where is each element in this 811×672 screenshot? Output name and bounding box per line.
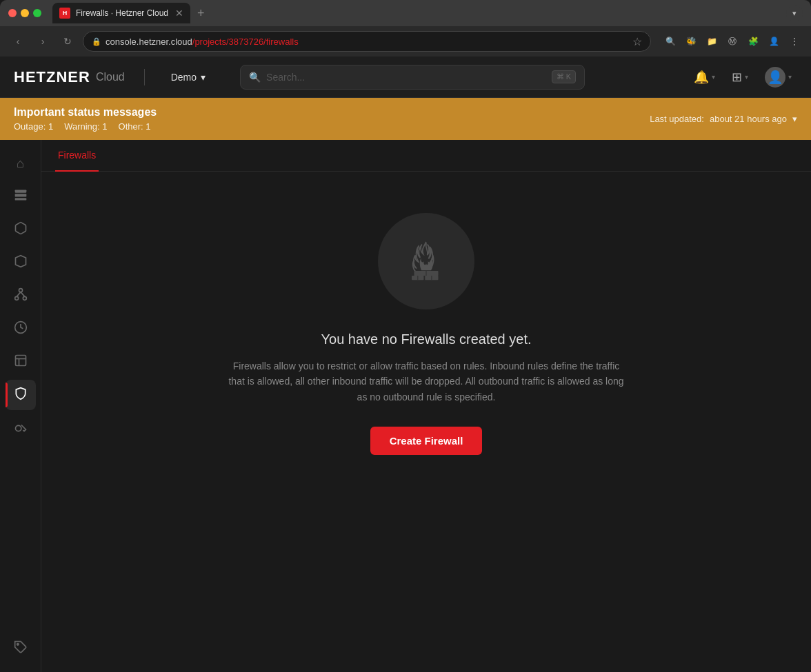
tab-navigation: Firewalls <box>41 140 811 172</box>
back-button[interactable]: ‹ <box>8 32 28 51</box>
logo-divider <box>144 69 145 85</box>
user-avatar: 👤 <box>765 67 785 88</box>
sidebar-item-tags[interactable] <box>6 633 36 664</box>
status-bar-left: Important status messages Outage: 1 Warn… <box>14 106 157 132</box>
warning-label: Warning: <box>64 121 100 132</box>
status-bar-right: Last updated: about 21 hours ago ▾ <box>650 114 797 124</box>
project-name: Demo <box>171 72 197 83</box>
sidebar-item-dns[interactable] <box>6 347 36 377</box>
project-chevron-icon: ▾ <box>201 72 206 83</box>
tab-firewalls-label: Firewalls <box>58 150 96 161</box>
outage-count: 1 <box>48 121 53 132</box>
extension-icon-2[interactable]: 🐝 <box>683 33 699 50</box>
header-actions: 🔔 ▾ ⊞ ▾ 👤 ▾ <box>688 63 797 92</box>
tab-firewalls[interactable]: Firewalls <box>55 140 99 172</box>
apps-chevron-icon: ▾ <box>745 73 748 81</box>
search-shortcut-text: ⌘ K <box>557 72 571 81</box>
extension-icon-4[interactable]: Ⓜ <box>724 33 741 50</box>
server-icon <box>14 188 28 205</box>
sidebar-item-loadbalancer[interactable] <box>6 314 36 344</box>
sidebar-item-network[interactable] <box>6 281 36 311</box>
svg-rect-0 <box>14 190 26 192</box>
outage-label: Outage: <box>14 121 46 132</box>
svg-rect-8 <box>15 355 26 365</box>
empty-title: You have no Firewalls created yet. <box>321 332 532 347</box>
address-bar-url: console.hetzner.cloud/projects/3873726/f… <box>106 37 299 47</box>
browser-tab[interactable]: H Firewalls · Hetzner Cloud ✕ <box>52 3 190 23</box>
last-updated-time: about 21 hours ago <box>710 114 787 124</box>
other-label: Other: <box>119 121 143 132</box>
svg-rect-2 <box>14 198 26 200</box>
maximize-window-button[interactable] <box>33 9 41 17</box>
sidebar: ⌂ <box>0 140 41 672</box>
sidebar-item-home[interactable]: ⌂ <box>6 148 36 179</box>
sidebar-item-sshkeys[interactable] <box>6 413 36 443</box>
svg-rect-1 <box>14 194 26 196</box>
page-content: Firewalls <box>41 140 811 672</box>
new-tab-button[interactable]: + <box>193 6 209 21</box>
loadbalancer-icon <box>14 320 28 338</box>
sidebar-item-firewalls[interactable] <box>6 380 36 410</box>
status-title: Important status messages <box>14 106 157 119</box>
extension-icon-5[interactable]: 🧩 <box>745 33 761 50</box>
browser-more-button[interactable]: ⋮ <box>786 33 803 50</box>
traffic-lights <box>8 9 41 17</box>
address-bar[interactable]: 🔒 console.hetzner.cloud/projects/3873726… <box>83 31 651 52</box>
header-search[interactable]: 🔍 Search... ⌘ K <box>240 65 585 90</box>
search-icon: 🔍 <box>249 72 261 83</box>
sidebar-item-servers[interactable] <box>6 181 36 212</box>
user-avatar-browser[interactable]: 👤 <box>765 33 782 50</box>
empty-state: You have no Firewalls created yet. Firew… <box>41 172 811 496</box>
browser-nav: ‹ › ↻ 🔒 console.hetzner.cloud/projects/3… <box>0 26 811 57</box>
warning-count: 1 <box>102 121 107 132</box>
project-selector[interactable]: Demo ▾ <box>164 68 212 87</box>
tag-icon <box>14 640 28 658</box>
svg-point-12 <box>17 643 19 645</box>
bucket-icon <box>14 254 28 272</box>
status-items: Outage: 1 Warning: 1 Other: 1 <box>14 121 157 132</box>
create-firewall-button[interactable]: Create Firewall <box>370 427 483 455</box>
last-updated-label: Last updated: <box>650 114 704 124</box>
extension-icon-1[interactable]: 🔍 <box>662 33 679 50</box>
extension-icon-3[interactable]: 📁 <box>703 33 720 50</box>
user-chevron-icon: ▾ <box>788 73 792 81</box>
browser-menu-button[interactable]: ▾ <box>786 5 803 21</box>
sidebar-item-storage[interactable] <box>6 247 36 278</box>
forward-button[interactable]: › <box>33 32 52 51</box>
search-placeholder: Search... <box>266 72 546 83</box>
minimize-window-button[interactable] <box>21 9 29 17</box>
svg-point-3 <box>19 288 22 292</box>
status-expand-icon[interactable]: ▾ <box>792 114 797 124</box>
user-menu-button[interactable]: 👤 ▾ <box>759 63 797 92</box>
logo-hetzner: HETZNER <box>14 68 90 86</box>
apps-menu-button[interactable]: ⊞ ▾ <box>726 65 754 89</box>
notifications-button[interactable]: 🔔 ▾ <box>688 65 721 89</box>
outage-status: Outage: 1 <box>14 121 53 132</box>
bell-icon: 🔔 <box>694 70 709 85</box>
app-container: HETZNER Cloud Demo ▾ 🔍 Search... ⌘ K 🔔 ▾… <box>0 57 811 672</box>
firewall-icon <box>14 387 28 404</box>
address-bar-lock-icon: 🔒 <box>92 37 101 46</box>
grid-icon: ⊞ <box>732 70 742 85</box>
status-bar[interactable]: Important status messages Outage: 1 Warn… <box>0 98 811 140</box>
network-icon <box>14 287 28 305</box>
hetzner-logo: HETZNER Cloud <box>14 68 125 86</box>
warning-status: Warning: 1 <box>64 121 107 132</box>
reload-button[interactable]: ↻ <box>58 32 77 51</box>
empty-description: Firewalls allow you to restrict or allow… <box>226 358 626 405</box>
tab-bar: H Firewalls · Hetzner Cloud ✕ + <box>52 3 781 23</box>
firewall-empty-icon <box>402 237 450 285</box>
close-window-button[interactable] <box>8 9 17 17</box>
sidebar-item-volumes[interactable] <box>6 214 36 245</box>
logo-cloud: Cloud <box>96 71 125 83</box>
svg-point-4 <box>14 296 18 300</box>
main-wrapper: ⌂ <box>0 140 811 672</box>
search-shortcut-badge: ⌘ K <box>552 70 576 83</box>
bookmark-icon[interactable]: ☆ <box>632 35 642 48</box>
tab-close-button[interactable]: ✕ <box>175 8 183 18</box>
app-header: HETZNER Cloud Demo ▾ 🔍 Search... ⌘ K 🔔 ▾… <box>0 57 811 98</box>
dns-icon <box>14 354 28 371</box>
key-icon <box>14 420 28 437</box>
tab-title: Firewalls · Hetzner Cloud <box>76 8 170 18</box>
home-icon: ⌂ <box>17 156 24 171</box>
